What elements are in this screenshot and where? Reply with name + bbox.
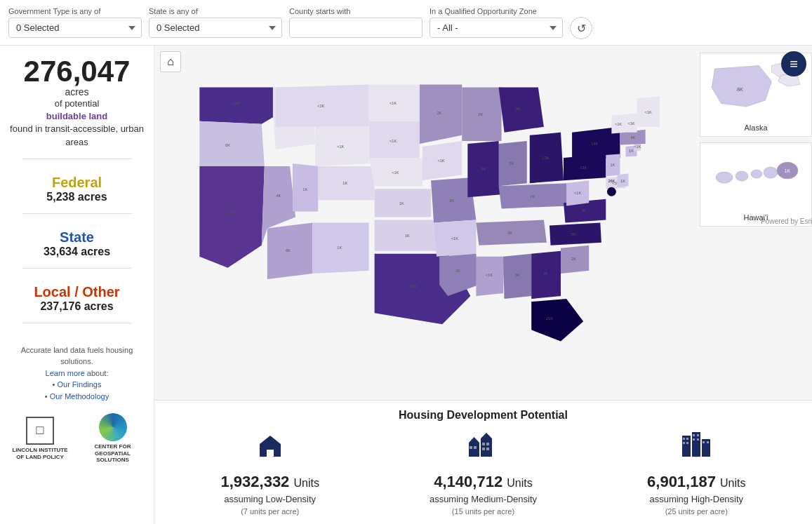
svg-rect-66 <box>486 448 489 450</box>
hawaii-map: 1K <box>703 146 808 209</box>
our-methodology-link[interactable]: Our Methodology <box>50 392 109 401</box>
state-WA[interactable] <box>199 88 276 124</box>
medium-density-icon <box>465 429 500 470</box>
svg-text:<1K: <1K <box>390 139 397 143</box>
state-select[interactable]: 0 Selected <box>149 18 282 38</box>
svg-point-56 <box>764 167 778 178</box>
learn-more-link[interactable]: Learn more <box>46 369 85 377</box>
high-density-sub: (25 units per acre) <box>665 507 728 516</box>
low-density-sub: (7 units per acre) <box>241 507 299 516</box>
govt-type-select[interactable]: 0 Selected <box>8 18 142 38</box>
svg-rect-61 <box>470 446 472 449</box>
govt-type-filter: Government Type is any of 0 Selected <box>8 7 142 38</box>
map-toolbar: ⌂ <box>160 51 181 72</box>
lincoln-institute-logo: □ LINCOLN INSTITUTE OF LAND POLICY <box>8 417 72 460</box>
state-CA[interactable] <box>199 166 264 268</box>
main-content: 276,047 acres of potential buildable lan… <box>0 46 812 524</box>
state-OR[interactable] <box>199 121 264 166</box>
federal-stat: Federal 5,238 acres <box>8 175 145 203</box>
medium-density-sub: (15 units per acre) <box>452 507 514 516</box>
state-DC[interactable] <box>607 187 616 196</box>
svg-text:21K: 21K <box>546 316 553 321</box>
left-panel: 276,047 acres of potential buildable lan… <box>0 46 154 524</box>
menu-button[interactable]: ≡ <box>781 51 806 76</box>
right-panel: ⌂ ≡ 15K 6K 14K 4K <box>154 46 812 524</box>
menu-icon: ≡ <box>790 56 798 72</box>
svg-text:10K: 10K <box>542 156 549 160</box>
svg-text:<1K: <1K <box>634 145 641 149</box>
svg-text:2K: 2K <box>571 257 576 261</box>
hdp-title: Housing Development Potential <box>166 409 801 422</box>
svg-text:1K: 1K <box>302 187 307 192</box>
local-label: Local / Other <box>8 284 145 300</box>
local-value: 237,176 acres <box>8 300 145 313</box>
svg-point-53 <box>716 172 733 183</box>
geospatial-solutions-logo: CENTER FOR GEOSPATIAL SOLUTIONS <box>80 413 145 464</box>
county-input[interactable] <box>289 18 422 38</box>
ozone-filter: In a Qualified Opportunity Zone - All - … <box>430 7 563 38</box>
low-density-desc: assuming Low-Density <box>224 494 316 504</box>
state-filter: State is any of 0 Selected <box>149 7 282 38</box>
total-acres-number: 276,047 <box>8 57 145 86</box>
svg-text:1K: 1K <box>620 179 625 183</box>
svg-text:1K: 1K <box>399 201 404 206</box>
svg-text:<1K: <1K <box>627 121 634 126</box>
us-map-svg: 15K 6K 14K 4K <1K <1K <1K <box>154 46 696 400</box>
svg-text:<1K: <1K <box>615 122 622 126</box>
svg-text:2K: 2K <box>478 112 483 116</box>
state-value: 33,634 acres <box>8 246 145 258</box>
svg-text:13K: 13K <box>591 142 598 146</box>
top-bar: Government Type is any of 0 Selected Sta… <box>0 0 812 46</box>
svg-text:6K: 6K <box>286 248 291 253</box>
svg-text:2K: 2K <box>455 269 460 273</box>
map-container[interactable]: ⌂ ≡ 15K 6K 14K 4K <box>154 46 812 400</box>
county-filter-label: County starts with <box>289 7 422 15</box>
home-button[interactable]: ⌂ <box>160 51 181 72</box>
svg-text:3K: 3K <box>510 161 514 166</box>
esri-credit: Powered by Esri <box>761 217 812 225</box>
svg-rect-79 <box>707 441 709 443</box>
svg-rect-62 <box>474 446 477 449</box>
our-findings-link[interactable]: Our Findings <box>57 380 101 389</box>
federal-value: 5,238 acres <box>8 191 145 203</box>
svg-text:4K: 4K <box>630 135 635 140</box>
svg-text:<1K: <1K <box>390 101 397 105</box>
svg-rect-70 <box>683 438 685 440</box>
state-MI[interactable] <box>499 88 544 133</box>
svg-text:<1K: <1K <box>317 104 324 108</box>
svg-text:1K: 1K <box>611 163 615 167</box>
state-label: State <box>8 229 145 246</box>
svg-rect-63 <box>482 443 485 445</box>
svg-text:13K: 13K <box>580 166 587 170</box>
ozone-label: In a Qualified Opportunity Zone <box>430 7 563 15</box>
svg-point-55 <box>751 170 762 178</box>
svg-text:<1K: <1K <box>645 110 652 114</box>
svg-rect-75 <box>697 434 699 436</box>
svg-text:8K: 8K <box>481 167 486 171</box>
state-filter-label: State is any of <box>149 7 282 15</box>
svg-text:14K: 14K <box>227 210 234 215</box>
state-LA[interactable] <box>439 254 479 296</box>
svg-text:15K: 15K <box>411 284 418 288</box>
reset-button[interactable]: ↺ <box>570 17 592 39</box>
svg-rect-77 <box>697 438 699 441</box>
svg-rect-76 <box>693 438 695 441</box>
svg-text:7K: 7K <box>543 271 548 276</box>
svg-text:8K: 8K <box>737 86 743 93</box>
svg-text:<1K: <1K <box>437 159 444 163</box>
hdp-high-density: 6,901,187 Units assuming High-Density (2… <box>647 429 745 516</box>
high-density-icon <box>679 429 714 470</box>
state-FL[interactable] <box>531 299 583 341</box>
svg-rect-59 <box>469 443 479 457</box>
svg-text:<1K: <1K <box>392 170 399 175</box>
ozone-select[interactable]: - All - Yes No <box>430 18 563 38</box>
svg-rect-65 <box>482 448 485 450</box>
svg-text:15K: 15K <box>233 101 240 105</box>
hawaii-inset: 1K Hawai'i <box>700 142 812 227</box>
svg-text:6K: 6K <box>225 143 230 147</box>
county-filter: County starts with <box>289 7 422 38</box>
low-density-number: 1,932,332 Units <box>220 473 319 491</box>
low-density-icon <box>253 429 288 470</box>
svg-text:2K: 2K <box>437 111 442 115</box>
svg-text:4K: 4K <box>276 194 281 198</box>
